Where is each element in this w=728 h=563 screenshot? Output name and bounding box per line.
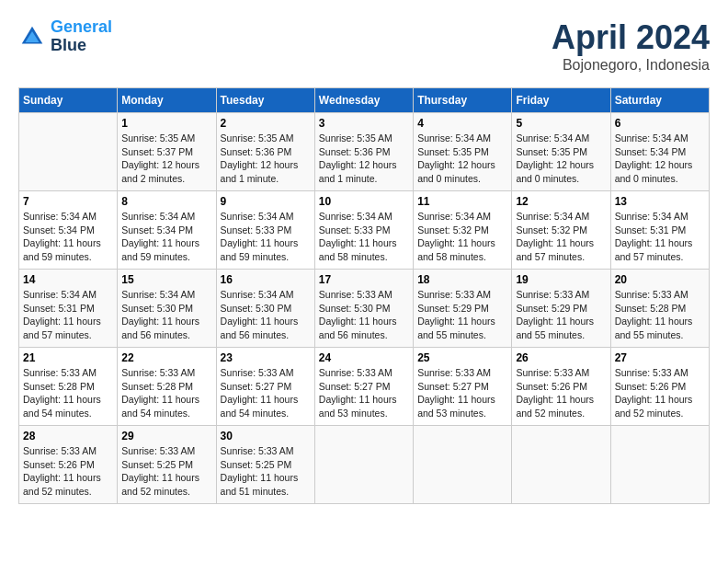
calendar-cell — [414, 426, 512, 504]
day-info: Sunrise: 5:33 AM Sunset: 5:25 PM Dayligh… — [121, 444, 211, 499]
day-number: 14 — [23, 273, 113, 286]
logo: General Blue — [18, 18, 112, 55]
day-info: Sunrise: 5:34 AM Sunset: 5:32 PM Dayligh… — [516, 210, 606, 264]
day-info: Sunrise: 5:33 AM Sunset: 5:28 PM Dayligh… — [615, 288, 705, 342]
column-header-thursday: Thursday — [414, 88, 512, 113]
column-header-monday: Monday — [118, 88, 216, 113]
day-info: Sunrise: 5:33 AM Sunset: 5:30 PM Dayligh… — [319, 288, 409, 342]
day-info: Sunrise: 5:34 AM Sunset: 5:34 PM Dayligh… — [121, 210, 211, 264]
day-info: Sunrise: 5:34 AM Sunset: 5:33 PM Dayligh… — [221, 210, 311, 264]
calendar-cell: 28Sunrise: 5:33 AM Sunset: 5:26 PM Dayli… — [19, 426, 118, 504]
day-number: 25 — [417, 351, 507, 364]
calendar-cell: 16Sunrise: 5:34 AM Sunset: 5:30 PM Dayli… — [216, 270, 314, 348]
calendar-cell: 3Sunrise: 5:35 AM Sunset: 5:36 PM Daylig… — [314, 113, 413, 191]
day-info: Sunrise: 5:34 AM Sunset: 5:32 PM Dayligh… — [417, 210, 507, 264]
week-row-5: 28Sunrise: 5:33 AM Sunset: 5:26 PM Dayli… — [19, 426, 710, 504]
column-header-sunday: Sunday — [19, 88, 118, 113]
day-number: 22 — [121, 351, 211, 364]
day-info: Sunrise: 5:33 AM Sunset: 5:27 PM Dayligh… — [319, 366, 409, 420]
calendar-cell: 11Sunrise: 5:34 AM Sunset: 5:32 PM Dayli… — [414, 191, 512, 270]
calendar-cell: 1Sunrise: 5:35 AM Sunset: 5:37 PM Daylig… — [118, 113, 216, 191]
day-info: Sunrise: 5:33 AM Sunset: 5:27 PM Dayligh… — [221, 366, 311, 420]
day-info: Sunrise: 5:33 AM Sunset: 5:27 PM Dayligh… — [417, 366, 507, 420]
calendar-cell: 13Sunrise: 5:34 AM Sunset: 5:31 PM Dayli… — [610, 191, 709, 270]
day-info: Sunrise: 5:34 AM Sunset: 5:34 PM Dayligh… — [615, 132, 705, 186]
column-header-tuesday: Tuesday — [216, 88, 314, 113]
day-info: Sunrise: 5:33 AM Sunset: 5:29 PM Dayligh… — [516, 288, 606, 342]
calendar-cell: 26Sunrise: 5:33 AM Sunset: 5:26 PM Dayli… — [512, 348, 610, 426]
calendar-cell: 23Sunrise: 5:33 AM Sunset: 5:27 PM Dayli… — [216, 348, 314, 426]
calendar-cell: 4Sunrise: 5:34 AM Sunset: 5:35 PM Daylig… — [414, 113, 512, 191]
calendar-cell: 8Sunrise: 5:34 AM Sunset: 5:34 PM Daylig… — [118, 191, 216, 270]
day-info: Sunrise: 5:34 AM Sunset: 5:30 PM Dayligh… — [221, 288, 311, 342]
day-info: Sunrise: 5:33 AM Sunset: 5:26 PM Dayligh… — [516, 366, 606, 420]
day-info: Sunrise: 5:33 AM Sunset: 5:28 PM Dayligh… — [121, 366, 211, 420]
day-number: 24 — [319, 351, 409, 364]
calendar-cell: 25Sunrise: 5:33 AM Sunset: 5:27 PM Dayli… — [414, 348, 512, 426]
column-header-wednesday: Wednesday — [314, 88, 413, 113]
day-number: 10 — [319, 195, 409, 208]
calendar-cell: 6Sunrise: 5:34 AM Sunset: 5:34 PM Daylig… — [610, 113, 709, 191]
day-info: Sunrise: 5:34 AM Sunset: 5:35 PM Dayligh… — [516, 132, 606, 186]
calendar-cell: 30Sunrise: 5:33 AM Sunset: 5:25 PM Dayli… — [216, 426, 314, 504]
calendar-cell — [512, 426, 610, 504]
day-number: 30 — [221, 430, 311, 442]
day-info: Sunrise: 5:34 AM Sunset: 5:33 PM Dayligh… — [319, 210, 409, 264]
column-header-saturday: Saturday — [610, 88, 709, 113]
column-header-friday: Friday — [512, 88, 610, 113]
calendar-cell: 2Sunrise: 5:35 AM Sunset: 5:36 PM Daylig… — [216, 113, 314, 191]
day-number: 27 — [615, 351, 705, 364]
day-number: 12 — [516, 195, 606, 208]
month-title: April 2024 — [552, 18, 710, 57]
calendar-body: 1Sunrise: 5:35 AM Sunset: 5:37 PM Daylig… — [19, 113, 710, 504]
day-number: 2 — [221, 117, 311, 130]
day-info: Sunrise: 5:33 AM Sunset: 5:29 PM Dayligh… — [417, 288, 507, 342]
day-info: Sunrise: 5:34 AM Sunset: 5:30 PM Dayligh… — [121, 288, 211, 342]
day-info: Sunrise: 5:34 AM Sunset: 5:35 PM Dayligh… — [417, 132, 507, 186]
day-info: Sunrise: 5:33 AM Sunset: 5:28 PM Dayligh… — [23, 366, 113, 420]
day-number: 21 — [23, 351, 113, 364]
week-row-1: 1Sunrise: 5:35 AM Sunset: 5:37 PM Daylig… — [19, 113, 710, 191]
calendar-header: SundayMondayTuesdayWednesdayThursdayFrid… — [19, 88, 710, 113]
day-info: Sunrise: 5:34 AM Sunset: 5:31 PM Dayligh… — [615, 210, 705, 264]
day-number: 23 — [221, 351, 311, 364]
header: General Blue April 2024 Bojonegoro, Indo… — [18, 18, 710, 74]
calendar-cell: 7Sunrise: 5:34 AM Sunset: 5:34 PM Daylig… — [19, 191, 118, 270]
day-number: 29 — [121, 430, 211, 442]
day-number: 9 — [221, 195, 311, 208]
day-number: 13 — [615, 195, 705, 208]
day-info: Sunrise: 5:35 AM Sunset: 5:36 PM Dayligh… — [221, 132, 311, 186]
calendar-cell: 19Sunrise: 5:33 AM Sunset: 5:29 PM Dayli… — [512, 270, 610, 348]
day-number: 5 — [516, 117, 606, 130]
day-number: 11 — [417, 195, 507, 208]
calendar-cell: 5Sunrise: 5:34 AM Sunset: 5:35 PM Daylig… — [512, 113, 610, 191]
day-number: 7 — [23, 195, 113, 208]
calendar-cell: 10Sunrise: 5:34 AM Sunset: 5:33 PM Dayli… — [314, 191, 413, 270]
day-info: Sunrise: 5:33 AM Sunset: 5:26 PM Dayligh… — [23, 444, 113, 499]
calendar-cell — [610, 426, 709, 504]
calendar-cell: 14Sunrise: 5:34 AM Sunset: 5:31 PM Dayli… — [19, 270, 118, 348]
day-info: Sunrise: 5:34 AM Sunset: 5:34 PM Dayligh… — [23, 210, 113, 264]
calendar-cell: 21Sunrise: 5:33 AM Sunset: 5:28 PM Dayli… — [19, 348, 118, 426]
calendar-cell: 24Sunrise: 5:33 AM Sunset: 5:27 PM Dayli… — [314, 348, 413, 426]
day-number: 6 — [615, 117, 705, 130]
calendar-cell: 12Sunrise: 5:34 AM Sunset: 5:32 PM Dayli… — [512, 191, 610, 270]
location-subtitle: Bojonegoro, Indonesia — [552, 57, 710, 74]
day-number: 16 — [221, 273, 311, 286]
calendar-cell: 18Sunrise: 5:33 AM Sunset: 5:29 PM Dayli… — [414, 270, 512, 348]
day-info: Sunrise: 5:35 AM Sunset: 5:36 PM Dayligh… — [319, 132, 409, 186]
day-number: 1 — [121, 117, 211, 130]
calendar-cell: 20Sunrise: 5:33 AM Sunset: 5:28 PM Dayli… — [610, 270, 709, 348]
day-number: 15 — [121, 273, 211, 286]
day-number: 18 — [417, 273, 507, 286]
calendar-cell: 17Sunrise: 5:33 AM Sunset: 5:30 PM Dayli… — [314, 270, 413, 348]
day-number: 8 — [121, 195, 211, 208]
calendar-cell: 9Sunrise: 5:34 AM Sunset: 5:33 PM Daylig… — [216, 191, 314, 270]
calendar-cell: 22Sunrise: 5:33 AM Sunset: 5:28 PM Dayli… — [118, 348, 216, 426]
week-row-3: 14Sunrise: 5:34 AM Sunset: 5:31 PM Dayli… — [19, 270, 710, 348]
calendar-cell — [314, 426, 413, 504]
day-info: Sunrise: 5:33 AM Sunset: 5:26 PM Dayligh… — [615, 366, 705, 420]
day-number: 17 — [319, 273, 409, 286]
day-number: 19 — [516, 273, 606, 286]
week-row-4: 21Sunrise: 5:33 AM Sunset: 5:28 PM Dayli… — [19, 348, 710, 426]
